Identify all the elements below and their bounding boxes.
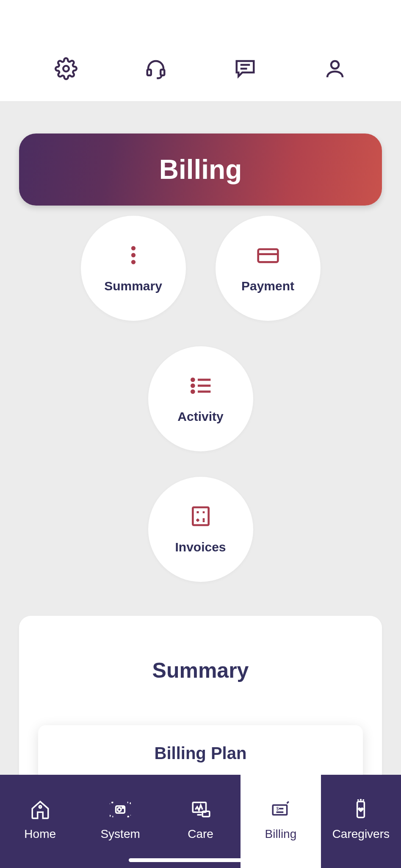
svg-point-6: [131, 246, 135, 250]
svg-rect-17: [193, 507, 208, 525]
support-button[interactable]: [143, 57, 169, 82]
svg-point-7: [131, 253, 135, 257]
profile-icon: [324, 57, 346, 82]
profile-button[interactable]: [322, 57, 348, 82]
nav-billing-label: Billing: [265, 827, 297, 841]
svg-rect-2: [160, 70, 164, 75]
list-icon: [185, 374, 216, 398]
svg-text:$: $: [277, 807, 279, 811]
svg-point-0: [63, 66, 69, 72]
svg-rect-32: [273, 805, 287, 815]
nav-caregivers-label: Caregivers: [332, 827, 390, 841]
svg-point-11: [191, 378, 194, 381]
svg-point-27: [118, 808, 121, 811]
summary-heading: Summary: [38, 658, 363, 683]
calculator-icon: [185, 504, 216, 528]
nav-system[interactable]: System: [80, 775, 160, 868]
home-indicator: [129, 858, 273, 862]
top-bar: [0, 0, 401, 102]
svg-line-22: [196, 519, 199, 521]
svg-point-28: [122, 807, 124, 809]
phone-heart-icon: [349, 798, 373, 821]
chat-icon: [234, 57, 257, 82]
more-vertical-icon: [118, 243, 149, 267]
svg-point-8: [131, 260, 135, 264]
summary-circle-button[interactable]: Summary: [81, 216, 186, 321]
activity-label: Activity: [177, 409, 223, 424]
svg-point-25: [39, 806, 41, 808]
nav-care[interactable]: Care: [160, 775, 241, 868]
activity-circle-button[interactable]: Activity: [148, 346, 253, 451]
bottom-nav: Home System Care $ Billing Caregivers: [0, 775, 401, 868]
nav-home-label: Home: [24, 827, 56, 841]
camera-system-icon: [108, 798, 132, 821]
headset-icon: [144, 57, 167, 82]
invoices-label: Invoices: [175, 540, 226, 554]
page-title-banner: Billing: [19, 134, 382, 206]
nav-caregivers[interactable]: Caregivers: [321, 775, 401, 868]
page-title: Billing: [19, 154, 382, 185]
nav-billing[interactable]: $ Billing: [241, 775, 321, 868]
payment-label: Payment: [241, 279, 294, 293]
circle-nav: Summary Payment Activity Invoices: [19, 216, 382, 582]
svg-rect-1: [147, 70, 151, 75]
chat-button[interactable]: [232, 57, 258, 82]
monitor-chart-icon: [189, 798, 213, 821]
nav-system-label: System: [100, 827, 140, 841]
settings-button[interactable]: [53, 57, 79, 82]
svg-point-15: [191, 390, 194, 393]
invoices-circle-button[interactable]: Invoices: [148, 477, 253, 582]
credit-card-icon: [253, 243, 283, 267]
home-icon: [28, 798, 52, 821]
gear-icon: [55, 57, 77, 82]
svg-rect-9: [258, 249, 278, 262]
svg-point-13: [191, 384, 194, 387]
nav-home[interactable]: Home: [0, 775, 80, 868]
billing-check-icon: $: [269, 798, 293, 821]
billing-plan-title: Billing Plan: [59, 744, 342, 763]
content-area: Billing Summary Payment Activity: [0, 102, 401, 868]
payment-circle-button[interactable]: Payment: [216, 216, 321, 321]
nav-care-label: Care: [188, 827, 213, 841]
svg-point-5: [331, 61, 339, 69]
summary-label: Summary: [104, 279, 162, 293]
